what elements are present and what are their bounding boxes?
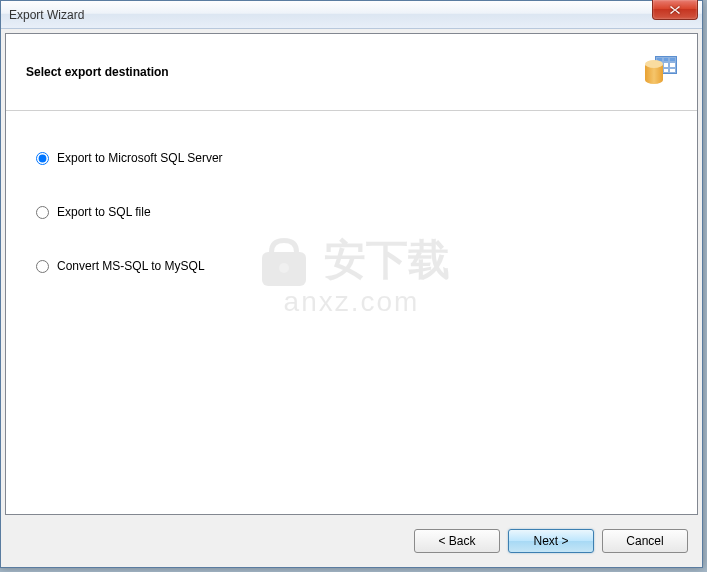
cancel-button[interactable]: Cancel (602, 529, 688, 553)
window-title: Export Wizard (9, 8, 84, 22)
options-section: Export to Microsoft SQL Server Export to… (6, 111, 697, 514)
content-panel: Select export destination Export to Micr… (5, 33, 698, 515)
wizard-header: Select export destination (6, 34, 697, 111)
close-button[interactable] (652, 0, 698, 20)
radio-convert-mysql[interactable] (36, 260, 49, 273)
radio-export-mssql[interactable] (36, 152, 49, 165)
back-button[interactable]: < Back (414, 529, 500, 553)
option-convert-mysql[interactable]: Convert MS-SQL to MySQL (36, 259, 667, 273)
content-outer: Select export destination Export to Micr… (1, 29, 702, 567)
export-wizard-window: Export Wizard Select export destination (0, 0, 703, 568)
database-export-icon (645, 56, 677, 88)
label-export-mssql: Export to Microsoft SQL Server (57, 151, 223, 165)
button-bar: < Back Next > Cancel (1, 519, 702, 567)
next-button[interactable]: Next > (508, 529, 594, 553)
option-export-sqlfile[interactable]: Export to SQL file (36, 205, 667, 219)
page-title: Select export destination (26, 65, 169, 79)
titlebar: Export Wizard (1, 1, 702, 29)
label-convert-mysql: Convert MS-SQL to MySQL (57, 259, 205, 273)
close-icon (669, 5, 681, 15)
option-export-mssql[interactable]: Export to Microsoft SQL Server (36, 151, 667, 165)
radio-export-sqlfile[interactable] (36, 206, 49, 219)
label-export-sqlfile: Export to SQL file (57, 205, 151, 219)
